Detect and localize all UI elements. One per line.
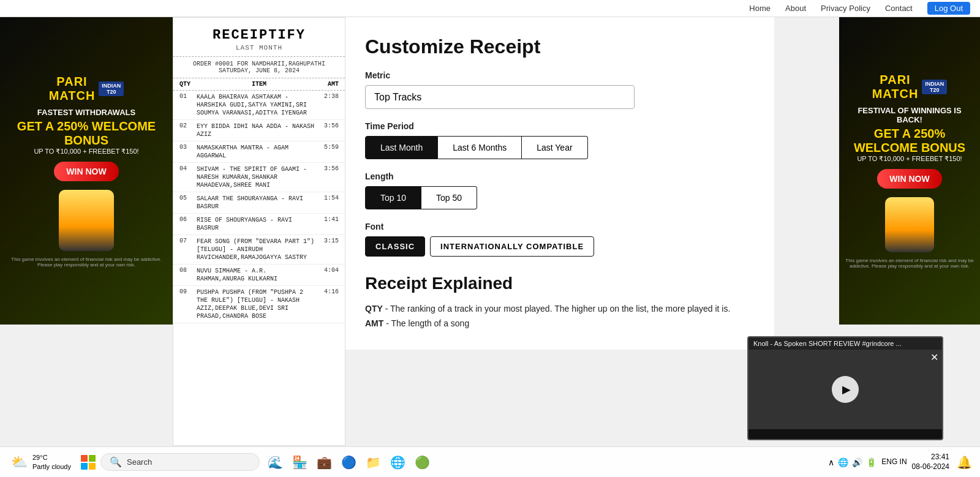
receipt-period: LAST MONTH — [179, 44, 339, 51]
ad-right-sub: UP TO ₹10,000 + FREEBET ₹150! — [857, 155, 962, 163]
item-num: 02 — [179, 122, 194, 129]
nav-privacy[interactable]: Privacy Policy — [821, 4, 870, 13]
taskbar-icon-chrome2[interactable]: 🟢 — [413, 453, 432, 472]
weather-temp: 29°C — [32, 453, 71, 462]
battery-icon[interactable]: 🔋 — [866, 457, 876, 467]
item-num: 07 — [179, 238, 194, 244]
chevron-up-icon[interactable]: ∧ — [828, 457, 834, 467]
item-name: KAALA BHAIRAVA ASHTAKAM - HARSHIKA GUDI,… — [194, 93, 320, 117]
nav-contact[interactable]: Contact — [885, 4, 913, 13]
item-time: 5:59 — [320, 144, 339, 151]
receipt-items: 01 KAALA BHAIRAVA ASHTAKAM - HARSHIKA GU… — [173, 91, 345, 323]
item-name: FEAR SONG (FROM "DEVARA PART 1") [TELUGU… — [194, 238, 320, 261]
receipt-panel: RECEIPTIFY LAST MONTH ORDER #0001 FOR NA… — [173, 17, 345, 446]
receipt-item: 07 FEAR SONG (FROM "DEVARA PART 1") [TEL… — [173, 235, 345, 265]
taskbar-icon-store[interactable]: 🏪 — [290, 453, 310, 472]
item-time: 4:04 — [320, 267, 339, 274]
video-play-button[interactable] — [832, 376, 859, 403]
receipt-item: 02 EYY BIDDA IDHI NAA ADDA - NAKASH AZIZ… — [173, 120, 345, 141]
metric-select[interactable]: Top Tracks Top Artists Recently Played — [365, 85, 635, 109]
ad-right-t20: INDIANT20 — [922, 80, 947, 94]
ad-left-logo-text: PARIMATCH — [49, 75, 96, 103]
taskbar-icon-globe[interactable]: 🌊 — [266, 453, 285, 472]
taskbar-language[interactable]: ENG IN — [881, 457, 907, 466]
ad-left-tagline: FASTEST WITHDRAWALS — [37, 108, 135, 117]
ad-right-festival: FESTIVAL OF WINNINGS IS BACK! — [845, 106, 974, 124]
item-time: 2:38 — [320, 93, 339, 100]
time-period-label: Time Period — [365, 121, 755, 131]
taskbar-weather: ⛅ 29°C Partly cloudy — [6, 453, 76, 471]
item-time: 3:15 — [320, 238, 339, 244]
time-last-month-button[interactable]: Last Month — [365, 136, 438, 159]
qty-desc: - The ranking of a track in your most pl… — [385, 304, 731, 314]
ad-right-win-button[interactable]: WIN NOW — [877, 169, 941, 189]
font-classic-button[interactable]: CLASSIC — [365, 236, 425, 257]
qty-bold: QTY — [365, 304, 383, 314]
taskbar: ⛅ 29°C Partly cloudy 🔍 Search 🌊 🏪 💼 🔵 📁 … — [0, 446, 980, 477]
volume-icon[interactable]: 🔊 — [852, 457, 862, 467]
windows-logo — [81, 455, 96, 470]
item-name: NAMASKARTHA MANTRA - AGAM AGGARWAL — [194, 144, 320, 160]
receipt-item: 03 NAMASKARTHA MANTRA - AGAM AGGARWAL 5:… — [173, 141, 345, 163]
ad-right: PARIMATCH INDIANT20 FESTIVAL OF WINNINGS… — [839, 17, 980, 325]
length-label: Length — [365, 171, 755, 181]
taskbar-icon-teams[interactable]: 💼 — [315, 453, 334, 472]
taskbar-right: ∧ 🌐 🔊 🔋 ENG IN 23:41 08-06-2024 🔔 — [828, 453, 974, 472]
item-num: 09 — [179, 288, 194, 295]
weather-text: 29°C Partly cloudy — [32, 453, 71, 471]
search-icon: 🔍 — [110, 456, 122, 468]
time-period-buttons: Last Month Last 6 Months Last Year — [365, 136, 755, 159]
clock-time: 23:41 — [912, 453, 949, 462]
ad-left-win-button[interactable]: WIN NOW — [54, 162, 118, 181]
weather-icon: ⛅ — [11, 454, 28, 470]
metric-select-wrapper: Top Tracks Top Artists Recently Played — [365, 85, 755, 109]
item-num: 04 — [179, 165, 194, 172]
taskbar-icon-chrome1[interactable]: 🌐 — [388, 453, 408, 472]
video-body: ✕ — [748, 350, 942, 429]
time-last-6-months-button[interactable]: Last 6 Months — [438, 136, 522, 159]
item-num: 06 — [179, 216, 194, 223]
item-time: 3:56 — [320, 122, 339, 129]
nav-about[interactable]: About — [785, 4, 806, 13]
col-item: ITEM — [252, 81, 266, 88]
font-intl-button[interactable]: INTERNATIONALLY COMPATIBLE — [430, 236, 594, 257]
win-logo-q4 — [89, 463, 96, 470]
item-name: EYY BIDDA IDHI NAA ADDA - NAKASH AZIZ — [194, 122, 320, 138]
navbar: Home About Privacy Policy Contact Log Ou… — [0, 0, 980, 17]
search-label: Search — [127, 457, 152, 467]
ad-right-figure — [885, 197, 934, 252]
customize-title: Customize Receipt — [365, 36, 755, 58]
network-icon[interactable]: 🌐 — [838, 457, 848, 467]
font-buttons: CLASSIC INTERNATIONALLY COMPATIBLE — [365, 236, 755, 257]
item-name: SALAAR THE SHOURAYANGA - RAVI BASRUR — [194, 195, 320, 211]
taskbar-icon-files[interactable]: 📁 — [364, 453, 383, 472]
receipt-explained-text: QTY - The ranking of a track in your mos… — [365, 302, 755, 331]
ad-right-logo-text: PARIMATCH — [872, 73, 919, 101]
taskbar-icon-edge[interactable]: 🔵 — [339, 453, 359, 472]
ad-left-t20: INDIANT20 — [99, 81, 124, 96]
length-top50-button[interactable]: Top 50 — [421, 186, 477, 209]
receipt-item: 08 NUVU SIMHAME - A.R. RAHMAN,ANURAG KUL… — [173, 265, 345, 286]
notification-button[interactable]: 🔔 — [954, 453, 974, 472]
time-last-year-button[interactable]: Last Year — [522, 136, 587, 159]
item-name: NUVU SIMHAME - A.R. RAHMAN,ANURAG KULKAR… — [194, 267, 320, 283]
taskbar-search-bar[interactable]: 🔍 Search — [100, 453, 260, 471]
win-logo-q3 — [81, 463, 88, 470]
ad-left-sub: UP TO ₹10,000 + FREEBET ₹150! — [34, 148, 138, 156]
item-name: SHIVAM - THE SPIRIT OF GAAMI - NARESH KU… — [194, 165, 320, 189]
logout-button[interactable]: Log Out — [927, 2, 970, 15]
notification-icon: 🔔 — [957, 455, 972, 470]
taskbar-system-icons: ∧ 🌐 🔊 🔋 — [828, 457, 876, 467]
receipt-title: RECEIPTIFY — [179, 28, 339, 43]
weather-condition: Partly cloudy — [32, 462, 71, 471]
start-button[interactable] — [78, 453, 98, 472]
nav-home[interactable]: Home — [749, 4, 771, 13]
metric-label: Metric — [365, 70, 755, 80]
clock-date: 08-06-2024 — [912, 462, 949, 472]
video-close-button[interactable]: ✕ — [930, 351, 938, 363]
receipt-order-line2: SATURDAY, JUNE 8, 2024 — [179, 67, 339, 74]
receipt-item: 04 SHIVAM - THE SPIRIT OF GAAMI - NARESH… — [173, 163, 345, 192]
receipt-item: 01 KAALA BHAIRAVA ASHTAKAM - HARSHIKA GU… — [173, 91, 345, 120]
taskbar-pinned-icons: 🌊 🏪 💼 🔵 📁 🌐 🟢 — [262, 453, 436, 472]
length-top10-button[interactable]: Top 10 — [365, 186, 421, 209]
